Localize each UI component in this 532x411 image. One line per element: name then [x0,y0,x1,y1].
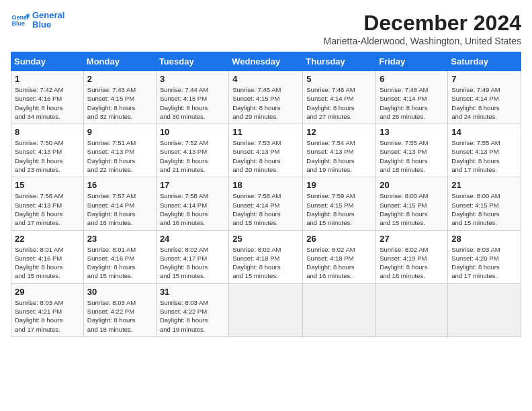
day-info: Sunrise: 7:53 AMSunset: 4:13 PMDaylight:… [232,138,299,174]
logo: General Blue General Blue [11,11,64,30]
day-info: Sunrise: 8:03 AMSunset: 4:21 PMDaylight:… [15,298,80,334]
day-cell: 6 Sunrise: 7:48 AMSunset: 4:14 PMDayligh… [376,71,448,124]
day-number: 19 [306,180,372,190]
day-cell [376,283,448,336]
day-cell: 4 Sunrise: 7:45 AMSunset: 4:15 PMDayligh… [229,71,303,124]
day-info: Sunrise: 8:03 AMSunset: 4:22 PMDaylight:… [87,298,152,334]
subtitle: Marietta-Alderwood, Washington, United S… [324,36,521,46]
day-info: Sunrise: 7:58 AMSunset: 4:14 PMDaylight:… [160,191,225,227]
day-cell: 24 Sunrise: 8:02 AMSunset: 4:17 PMDaylig… [156,230,228,283]
day-info: Sunrise: 8:02 AMSunset: 4:18 PMDaylight:… [306,245,372,281]
day-cell: 9 Sunrise: 7:51 AMSunset: 4:13 PMDayligh… [83,124,156,177]
day-number: 15 [15,180,80,190]
day-number: 17 [160,180,225,190]
title-area: December 2024 Marietta-Alderwood, Washin… [324,11,521,46]
day-info: Sunrise: 7:46 AMSunset: 4:14 PMDaylight:… [306,85,372,121]
day-cell: 13 Sunrise: 7:55 AMSunset: 4:13 PMDaylig… [376,124,448,177]
day-cell [229,283,303,336]
day-number: 10 [160,127,225,137]
day-cell: 15 Sunrise: 7:56 AMSunset: 4:13 PMDaylig… [11,177,84,230]
day-number: 5 [306,74,372,84]
day-cell: 10 Sunrise: 7:52 AMSunset: 4:13 PMDaylig… [156,124,228,177]
day-number: 27 [380,234,444,244]
week-row-4: 22 Sunrise: 8:01 AMSunset: 4:16 PMDaylig… [11,230,521,283]
day-info: Sunrise: 8:02 AMSunset: 4:17 PMDaylight:… [160,245,225,281]
day-number: 22 [15,234,80,244]
day-cell: 16 Sunrise: 7:57 AMSunset: 4:14 PMDaylig… [83,177,156,230]
day-number: 3 [160,74,225,84]
day-cell: 12 Sunrise: 7:54 AMSunset: 4:13 PMDaylig… [303,124,376,177]
day-info: Sunrise: 7:49 AMSunset: 4:14 PMDaylight:… [451,85,517,121]
day-number: 7 [451,74,517,84]
week-row-5: 29 Sunrise: 8:03 AMSunset: 4:21 PMDaylig… [11,283,521,336]
day-number: 12 [306,127,372,137]
day-number: 8 [15,127,80,137]
day-cell: 27 Sunrise: 8:02 AMSunset: 4:19 PMDaylig… [376,230,448,283]
day-cell: 30 Sunrise: 8:03 AMSunset: 4:22 PMDaylig… [83,283,156,336]
day-info: Sunrise: 8:03 AMSunset: 4:22 PMDaylight:… [160,298,225,334]
day-cell: 21 Sunrise: 8:00 AMSunset: 4:15 PMDaylig… [448,177,521,230]
day-cell: 11 Sunrise: 7:53 AMSunset: 4:13 PMDaylig… [229,124,303,177]
day-info: Sunrise: 7:44 AMSunset: 4:15 PMDaylight:… [160,85,225,121]
svg-text:Blue: Blue [11,21,25,28]
main-title: December 2024 [324,11,521,36]
day-cell: 23 Sunrise: 8:01 AMSunset: 4:16 PMDaylig… [83,230,156,283]
day-number: 25 [232,234,299,244]
day-number: 20 [380,180,444,190]
day-number: 29 [15,287,80,297]
day-cell: 14 Sunrise: 7:55 AMSunset: 4:13 PMDaylig… [448,124,521,177]
day-cell: 28 Sunrise: 8:03 AMSunset: 4:20 PMDaylig… [448,230,521,283]
weekday-header-sunday: Sunday [11,52,84,71]
day-cell: 5 Sunrise: 7:46 AMSunset: 4:14 PMDayligh… [303,71,376,124]
day-info: Sunrise: 7:51 AMSunset: 4:13 PMDaylight:… [87,138,152,174]
day-info: Sunrise: 7:55 AMSunset: 4:13 PMDaylight:… [451,138,517,174]
day-number: 16 [87,180,152,190]
day-cell: 22 Sunrise: 8:01 AMSunset: 4:16 PMDaylig… [11,230,84,283]
day-cell: 2 Sunrise: 7:43 AMSunset: 4:15 PMDayligh… [83,71,156,124]
day-number: 24 [160,234,225,244]
day-info: Sunrise: 7:54 AMSunset: 4:13 PMDaylight:… [306,138,372,174]
day-info: Sunrise: 7:50 AMSunset: 4:13 PMDaylight:… [15,138,80,174]
day-number: 21 [451,180,517,190]
day-info: Sunrise: 8:01 AMSunset: 4:16 PMDaylight:… [87,245,152,281]
day-number: 30 [87,287,152,297]
day-cell: 1 Sunrise: 7:42 AMSunset: 4:16 PMDayligh… [11,71,84,124]
weekday-header-wednesday: Wednesday [229,52,303,71]
day-info: Sunrise: 8:02 AMSunset: 4:19 PMDaylight:… [380,245,444,281]
day-info: Sunrise: 7:55 AMSunset: 4:13 PMDaylight:… [380,138,444,174]
day-info: Sunrise: 7:42 AMSunset: 4:16 PMDaylight:… [15,85,80,121]
day-info: Sunrise: 7:56 AMSunset: 4:13 PMDaylight:… [15,191,80,227]
day-info: Sunrise: 8:03 AMSunset: 4:20 PMDaylight:… [451,245,517,281]
weekday-header-monday: Monday [83,52,156,71]
day-cell: 18 Sunrise: 7:58 AMSunset: 4:14 PMDaylig… [229,177,303,230]
day-number: 26 [306,234,372,244]
day-cell: 8 Sunrise: 7:50 AMSunset: 4:13 PMDayligh… [11,124,84,177]
day-cell: 3 Sunrise: 7:44 AMSunset: 4:15 PMDayligh… [156,71,228,124]
weekday-header-friday: Friday [376,52,448,71]
logo-icon: General Blue [11,11,30,30]
day-number: 18 [232,180,299,190]
day-info: Sunrise: 7:43 AMSunset: 4:15 PMDaylight:… [87,85,152,121]
week-row-3: 15 Sunrise: 7:56 AMSunset: 4:13 PMDaylig… [11,177,521,230]
logo-line2: Blue [32,20,64,30]
day-number: 13 [380,127,444,137]
day-info: Sunrise: 7:52 AMSunset: 4:13 PMDaylight:… [160,138,225,174]
day-cell: 20 Sunrise: 8:00 AMSunset: 4:15 PMDaylig… [376,177,448,230]
day-number: 11 [232,127,299,137]
day-info: Sunrise: 7:45 AMSunset: 4:15 PMDaylight:… [232,85,299,121]
day-cell: 31 Sunrise: 8:03 AMSunset: 4:22 PMDaylig… [156,283,228,336]
day-cell: 7 Sunrise: 7:49 AMSunset: 4:14 PMDayligh… [448,71,521,124]
weekday-header-row: SundayMondayTuesdayWednesdayThursdayFrid… [11,52,521,71]
day-cell: 19 Sunrise: 7:59 AMSunset: 4:15 PMDaylig… [303,177,376,230]
week-row-1: 1 Sunrise: 7:42 AMSunset: 4:16 PMDayligh… [11,71,521,124]
day-number: 9 [87,127,152,137]
day-number: 31 [160,287,225,297]
day-number: 4 [232,74,299,84]
day-number: 1 [15,74,80,84]
day-info: Sunrise: 7:58 AMSunset: 4:14 PMDaylight:… [232,191,299,227]
day-info: Sunrise: 7:57 AMSunset: 4:14 PMDaylight:… [87,191,152,227]
day-cell: 26 Sunrise: 8:02 AMSunset: 4:18 PMDaylig… [303,230,376,283]
day-number: 2 [87,74,152,84]
logo-line1: General [32,11,64,20]
day-number: 28 [451,234,517,244]
